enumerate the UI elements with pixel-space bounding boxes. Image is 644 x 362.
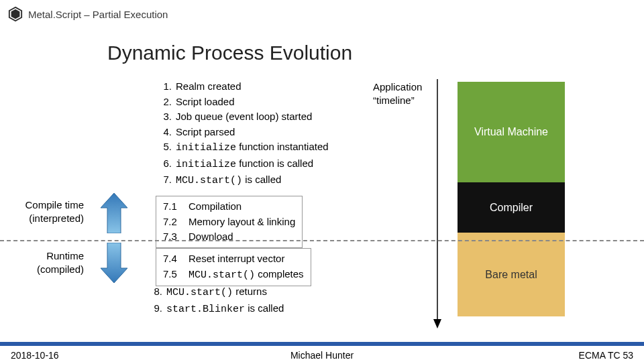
list-item: 7.5MCU.start() completes (163, 267, 304, 284)
step-number: 1. (156, 79, 172, 95)
step-text: start.Blinker is called (166, 301, 284, 318)
svg-marker-4 (101, 243, 127, 283)
application-timeline-line2: “timeline” (373, 94, 422, 107)
step-number: 9. (146, 301, 162, 318)
code-literal: initialize (176, 142, 236, 154)
header-title: Metal.Script – Partial Execution (28, 9, 168, 20)
runtime-substeps-box: 7.4Reset interrupt vector7.5MCU.start() … (156, 248, 311, 286)
svg-marker-1 (11, 9, 20, 19)
step-number: 2. (156, 95, 172, 110)
code-literal: MCU.start() (189, 269, 255, 281)
list-item: 3.Job queue (event loop) started (156, 109, 329, 125)
step-number: 7.3 (163, 229, 186, 245)
compile-time-label: Compile time (interpreted) (13, 198, 84, 225)
step-text: Job queue (event loop) started (176, 109, 312, 125)
runtime-label: Runtime (compiled) (13, 249, 84, 276)
stack-compiler: Compiler (458, 182, 565, 233)
code-literal: start.Blinker (166, 304, 245, 315)
step-text: initialize function instantiated (176, 139, 329, 156)
runtime-label-line1: Runtime (13, 249, 84, 263)
step-number: 7.2 (163, 215, 186, 230)
code-literal: MCU.start() (166, 287, 233, 298)
compile-time-label-line2: (interpreted) (13, 212, 84, 225)
step-number: 7.4 (163, 251, 186, 267)
runtime-label-line2: (compiled) (13, 263, 84, 276)
footer-author: Michael Hunter (0, 350, 644, 361)
step-text: MCU.start() returns (166, 284, 267, 301)
step-text: Script parsed (176, 125, 235, 140)
application-timeline-line1: Application (373, 80, 422, 94)
footer-bar (0, 342, 644, 346)
step-number: 6. (156, 156, 172, 173)
list-item: 9.start.Blinker is called (146, 301, 284, 318)
step-text: Compilation (189, 199, 241, 215)
step-number: 7.5 (163, 267, 186, 284)
steps-list: 1.Realm created2.Script loaded3.Job queu… (156, 79, 329, 189)
list-item: 1.Realm created (156, 79, 329, 95)
list-item: 5.initialize function instantiated (156, 139, 329, 156)
slide-header: Metal.Script – Partial Execution (8, 7, 168, 21)
step-text: MCU.start() is called (176, 172, 281, 189)
step-number: 7. (156, 172, 172, 189)
step-text: Realm created (176, 79, 241, 95)
hexagon-logo-icon (8, 7, 23, 21)
svg-marker-2 (101, 193, 127, 233)
code-literal: MCU.start() (176, 175, 242, 186)
after-steps: 8.MCU.start() returns9.start.Blinker is … (146, 284, 284, 317)
step-text: Download (189, 229, 233, 245)
list-item: 7.2Memory layout & linking (163, 215, 295, 230)
application-timeline-label: Application “timeline” (373, 80, 422, 107)
step-number: 8. (146, 284, 162, 301)
stack-vm: Virtual Machine (458, 82, 565, 182)
step-text: Reset interrupt vector (189, 251, 284, 267)
step-text: initialize function is called (176, 156, 313, 173)
list-item: 7.4Reset interrupt vector (163, 251, 304, 267)
step-text: Memory layout & linking (189, 215, 295, 230)
footer-org: ECMA TC 53 (579, 350, 633, 361)
compile-time-label-line1: Compile time (13, 198, 84, 212)
slide-title: Dynamic Process Evolution (107, 42, 352, 64)
step-number: 7.1 (163, 199, 186, 215)
list-item: 4.Script parsed (156, 125, 329, 140)
list-item: 6.initialize function is called (156, 156, 329, 173)
list-item: 7.MCU.start() is called (156, 172, 329, 189)
step-number: 4. (156, 125, 172, 140)
architecture-stack: Virtual Machine Compiler Bare metal (458, 82, 565, 316)
step-number: 3. (156, 109, 172, 125)
list-item: 2.Script loaded (156, 95, 329, 110)
divider-dashed (0, 240, 644, 241)
step-number: 5. (156, 139, 172, 156)
step-text: Script loaded (176, 95, 235, 110)
arrow-up-icon (101, 193, 127, 233)
list-item: 8.MCU.start() returns (146, 284, 284, 301)
step-text: MCU.start() completes (189, 267, 304, 284)
timeline-arrow-icon (433, 79, 441, 328)
code-literal: initialize (176, 159, 236, 170)
arrow-down-icon (101, 243, 127, 283)
stack-bare-metal: Bare metal (458, 233, 565, 316)
list-item: 7.1Compilation (163, 199, 295, 215)
list-item: 7.3Download (163, 229, 295, 245)
svg-marker-7 (433, 319, 441, 328)
